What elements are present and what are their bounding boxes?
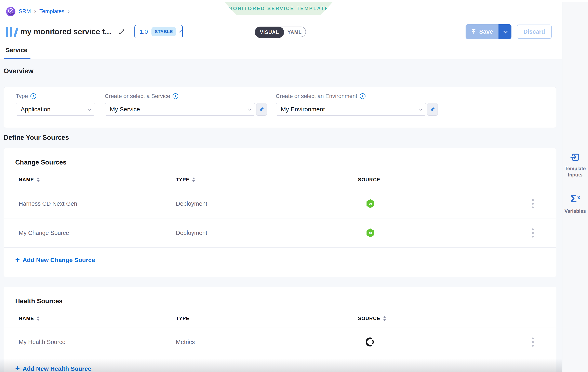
table-row[interactable]: Harness CD Next Gen Deployment ∞ <box>4 189 556 219</box>
overview-heading: Overview <box>4 67 33 75</box>
chevron-down-icon <box>179 30 182 32</box>
health-sources-card: Health Sources NAME TYPE SOURCE My Healt… <box>4 287 556 372</box>
environment-value: My Environment <box>281 106 325 113</box>
toggle-visual[interactable]: VISUAL <box>255 27 284 38</box>
info-icon[interactable]: i <box>31 93 36 99</box>
plus-icon: + <box>15 256 20 263</box>
sort-icon <box>383 316 386 321</box>
active-tab-indicator <box>4 58 31 59</box>
define-sources-heading: Define Your Sources <box>4 134 69 141</box>
table-row[interactable]: My Change Source Deployment ∞ <box>4 219 556 248</box>
column-header-type[interactable]: TYPE <box>176 316 358 321</box>
type-select[interactable]: Application <box>16 103 95 116</box>
template-library-icon <box>6 26 15 37</box>
pin-icon <box>259 107 264 112</box>
environment-label: Create or select an Environment <box>276 93 357 99</box>
change-sources-title: Change Sources <box>4 148 556 166</box>
row-options-kebab-icon[interactable] <box>530 226 536 240</box>
template-header: my monitored service t... 1.0 STABLE VIS… <box>0 21 562 42</box>
breadcrumb-srm-link[interactable]: SRM <box>19 8 31 15</box>
service-field: Create or select a Service i My Service <box>105 93 267 116</box>
visual-yaml-toggle: VISUAL YAML <box>255 27 306 37</box>
version-number: 1.0 <box>140 28 148 35</box>
appdynamics-icon <box>366 337 375 347</box>
sort-icon <box>37 316 40 321</box>
harness-cd-icon: ∞ <box>366 228 375 238</box>
template-studio-page: SRM › Templates › MONITORED SERVICE TEMP… <box>0 0 588 372</box>
service-select[interactable]: My Service <box>105 103 255 116</box>
sort-icon <box>37 178 40 182</box>
overview-card: Type i Application Create or select a Se… <box>4 87 556 128</box>
right-rail: Template Inputs Σx Variables <box>562 2 588 372</box>
template-inputs-icon <box>570 152 580 162</box>
save-label: Save <box>479 28 493 35</box>
row-type: Deployment <box>176 230 358 236</box>
harness-cd-icon: ∞ <box>366 199 375 208</box>
info-icon[interactable]: i <box>360 93 366 99</box>
template-inputs-button[interactable]: Template Inputs <box>562 152 588 178</box>
svg-text:∞: ∞ <box>368 201 372 206</box>
tab-service[interactable]: Service <box>6 47 27 54</box>
service-pin-button[interactable] <box>256 103 267 116</box>
health-sources-title: Health Sources <box>4 287 556 305</box>
breadcrumb-separator-icon: › <box>68 8 70 15</box>
add-new-health-source-button[interactable]: + Add New Health Source <box>15 365 91 372</box>
svg-text:∞: ∞ <box>368 230 372 235</box>
upload-icon <box>471 29 477 35</box>
add-new-change-source-button[interactable]: + Add New Change Source <box>15 256 95 264</box>
health-sources-table-header: NAME TYPE SOURCE <box>4 312 556 324</box>
column-header-source[interactable]: SOURCE <box>358 316 509 321</box>
change-sources-table-header: NAME TYPE SOURCE <box>4 174 556 186</box>
type-value: Application <box>21 106 51 113</box>
edit-title-pencil-icon[interactable] <box>118 28 125 35</box>
row-type: Deployment <box>176 201 358 207</box>
page-title: my monitored service t... <box>20 27 111 36</box>
header-actions: Save Discard <box>466 24 552 39</box>
save-split-button: Save <box>466 24 512 39</box>
template-inputs-label: Template Inputs <box>564 165 586 178</box>
column-header-name[interactable]: NAME <box>19 316 176 321</box>
save-options-caret[interactable] <box>498 24 512 39</box>
variables-button[interactable]: Σx Variables <box>562 192 588 214</box>
table-row[interactable]: My Health Source Metrics <box>4 328 556 356</box>
pin-icon <box>430 107 435 112</box>
environment-field: Create or select an Environment i My Env… <box>276 93 438 116</box>
toggle-yaml[interactable]: YAML <box>284 27 305 38</box>
environment-pin-button[interactable] <box>427 103 438 116</box>
row-options-kebab-icon[interactable] <box>530 335 536 349</box>
service-value: My Service <box>110 106 140 113</box>
chevron-down-icon <box>88 107 91 111</box>
variables-label: Variables <box>564 208 586 214</box>
row-name: My Health Source <box>19 339 176 345</box>
breadcrumb-separator-icon: › <box>34 8 36 15</box>
chevron-down-icon <box>503 29 508 33</box>
row-options-kebab-icon[interactable] <box>530 197 536 210</box>
type-label: Type <box>16 93 28 99</box>
discard-button[interactable]: Discard <box>517 25 552 39</box>
variables-icon: Σx <box>570 192 580 205</box>
monitored-service-template-ribbon: MONITORED SERVICE TEMPLATE <box>224 2 333 15</box>
row-name: Harness CD Next Gen <box>19 201 176 207</box>
environment-select[interactable]: My Environment <box>276 103 426 116</box>
service-label: Create or select a Service <box>105 93 170 99</box>
column-header-source[interactable]: SOURCE <box>358 177 509 182</box>
type-field: Type i Application <box>16 93 95 116</box>
row-name: My Change Source <box>19 230 176 236</box>
column-header-type[interactable]: TYPE <box>176 177 358 182</box>
version-dropdown[interactable]: 1.0 STABLE <box>134 25 183 38</box>
row-type: Metrics <box>176 339 358 345</box>
breadcrumb-templates-link[interactable]: Templates <box>39 8 64 15</box>
sort-icon <box>192 178 195 182</box>
info-icon[interactable]: i <box>173 93 178 99</box>
tab-bar: Service <box>0 42 562 60</box>
column-header-name[interactable]: NAME <box>19 177 176 182</box>
main-content: Overview Type i Application <box>0 60 562 372</box>
save-button[interactable]: Save <box>466 24 498 39</box>
srm-module-icon[interactable] <box>6 7 15 16</box>
change-sources-card: Change Sources NAME TYPE SOURCE Harness … <box>4 148 556 277</box>
plus-icon: + <box>15 364 20 372</box>
chevron-down-icon <box>419 107 422 111</box>
version-stable-badge: STABLE <box>151 27 176 36</box>
chevron-down-icon <box>248 107 252 111</box>
